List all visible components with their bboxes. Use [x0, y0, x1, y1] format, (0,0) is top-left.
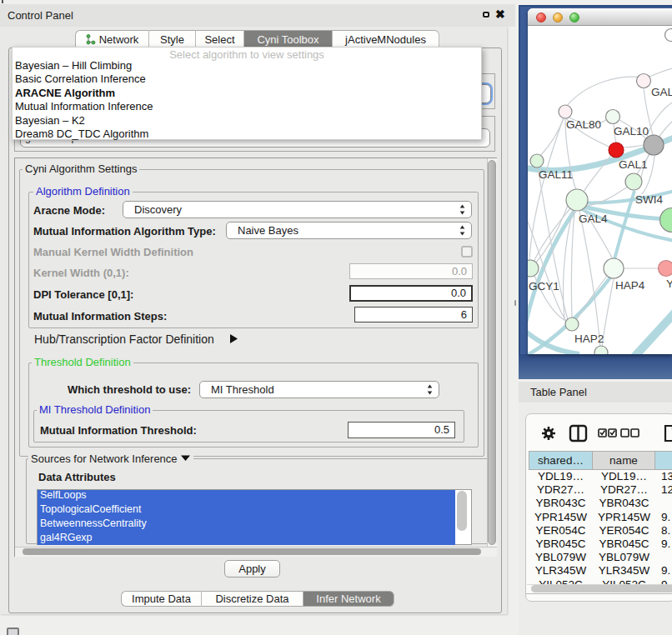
svg-text:HAP2: HAP2: [574, 332, 604, 345]
svg-text:GAL80: GAL80: [566, 118, 601, 131]
svg-text:GCY1: GCY1: [529, 280, 559, 292]
svg-text:GAL1: GAL1: [619, 158, 648, 171]
svg-text:Y: Y: [666, 278, 672, 290]
svg-text:HAP4: HAP4: [615, 279, 645, 292]
svg-text:GAL4: GAL4: [579, 212, 608, 225]
svg-text:SWI4: SWI4: [635, 193, 663, 206]
svg-text:GAL10: GAL10: [614, 125, 649, 138]
svg-text:GAL7: GAL7: [651, 86, 672, 98]
svg-text:GAL11: GAL11: [539, 168, 573, 181]
